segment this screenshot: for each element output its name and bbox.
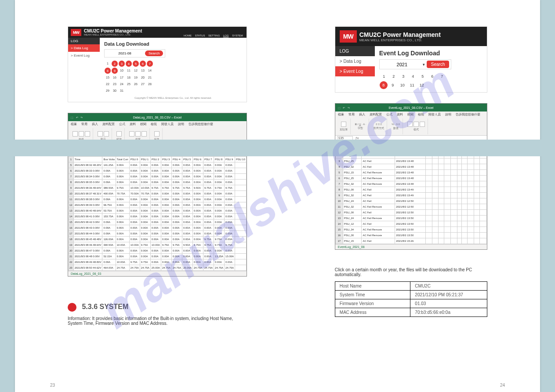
calendar-cell[interactable]: 4: [408, 72, 418, 81]
excel-menu-item[interactable]: 資料: [130, 122, 136, 126]
copyright: Copyright © MEAN WELL Enterprises Co., L…: [104, 97, 242, 99]
app-header: MW CMU2C Power Management MEAN WELL ENTE…: [68, 27, 247, 38]
calendar-cell[interactable]: 1: [379, 72, 389, 81]
calendar-cell[interactable]: 9: [388, 81, 398, 90]
excel-menu-item[interactable]: 校閱: [407, 112, 414, 117]
calendar-cell[interactable]: 30: [111, 87, 118, 94]
excel-data-log: ⬚ ↶ ↷ DataLog_2021_08_03.CSV – Excel 檔案常…: [68, 113, 247, 277]
calendar-cell[interactable]: 25: [125, 81, 132, 87]
sidebar-heading-log: LOG: [335, 46, 375, 56]
sidebar: LOG > Data Log > Event Log: [68, 38, 100, 102]
page-number-right: 24: [500, 383, 505, 388]
sheet-tab[interactable]: DataLog_2021_08_03: [68, 271, 247, 276]
excel-menu-item[interactable]: 檢視: [151, 122, 157, 126]
spreadsheet-grid[interactable]: ABCDEFGHIJKLM1DeviceEventDate & Time2PSU…: [335, 141, 487, 244]
nav-system[interactable]: SYSTEM: [232, 34, 243, 37]
calendar-cell[interactable]: 11: [407, 81, 417, 90]
calendar-cell[interactable]: 12: [417, 81, 427, 90]
excel-menu-item[interactable]: 檔案: [338, 112, 344, 117]
nav-log[interactable]: LOG: [223, 34, 229, 37]
calendar-cell[interactable]: 7: [437, 72, 447, 81]
chevron-down-icon[interactable]: ▾: [423, 62, 425, 67]
calendar-cell[interactable]: 12: [132, 67, 139, 74]
fx-icon[interactable]: ƒx: [355, 137, 359, 140]
calendar-cell[interactable]: 24: [118, 81, 125, 87]
calendar-cell[interactable]: 31: [118, 87, 125, 94]
calendar-cell[interactable]: 26: [132, 81, 139, 87]
excel-menu: 檔案常用插入資料配置公式資料校閱檢視開發人員說明告訴我您想做什麼: [335, 111, 487, 118]
excel-menu-item[interactable]: 檔案: [71, 122, 77, 126]
sidebar-item-event-log[interactable]: > Event Log: [335, 66, 375, 76]
calendar-cell[interactable]: 3: [399, 72, 408, 81]
calendar-cell[interactable]: 2: [389, 72, 399, 81]
calendar-cell[interactable]: 14: [146, 67, 153, 74]
calendar-cell[interactable]: 27: [139, 81, 146, 87]
calendar-cell[interactable]: 20: [139, 74, 146, 81]
calendar-cell[interactable]: 13: [139, 67, 146, 74]
save-icon[interactable]: ⬚: [71, 116, 73, 119]
nav-setting[interactable]: SETTING: [208, 34, 220, 37]
calendar-cell[interactable]: 4: [126, 61, 132, 67]
calendar-cell[interactable]: 15: [104, 74, 111, 81]
redo-icon[interactable]: ↷: [348, 107, 350, 109]
app-header: MW CMU2C Power Management MEAN WELL ENTE…: [335, 27, 487, 46]
excel-menu-item[interactable]: 告訴我您想做什麼: [189, 122, 213, 126]
sidebar-item-data-log[interactable]: > Data Log: [335, 56, 375, 66]
excel-menu-item[interactable]: 告訴我您想做什麼: [456, 112, 480, 117]
sheet-tab[interactable]: EventLog_2021_08: [335, 244, 487, 249]
calendar-cell[interactable]: 3: [119, 61, 125, 67]
calendar-cell[interactable]: 16: [111, 74, 118, 81]
calendar-cell[interactable]: 18: [125, 74, 132, 81]
excel-menu-item[interactable]: 資料配置: [102, 122, 115, 126]
calendar-cell[interactable]: 17: [118, 74, 125, 81]
sidebar: LOG > Data Log > Event Log: [335, 46, 375, 92]
calendar-cell[interactable]: 21: [146, 74, 153, 81]
search-button[interactable]: Search: [145, 50, 163, 56]
excel-menu-item[interactable]: 公式: [119, 122, 125, 126]
excel-menu-item[interactable]: 公式: [386, 112, 392, 117]
excel-menu-item[interactable]: 插入: [359, 112, 365, 117]
redo-icon[interactable]: ↷: [80, 116, 83, 119]
calendar-cell[interactable]: 8: [105, 68, 111, 74]
period-input[interactable]: [106, 51, 143, 56]
calendar-cell[interactable]: 6: [428, 72, 437, 81]
calendar-cell[interactable]: 10: [398, 81, 407, 90]
excel-menu-item[interactable]: 校閱: [140, 122, 146, 126]
calendar-cell[interactable]: 22: [104, 81, 111, 87]
calendar-cell[interactable]: 19: [132, 74, 139, 81]
calendar-cell[interactable]: 6: [140, 61, 146, 67]
calendar-cell[interactable]: 11: [125, 67, 132, 74]
calendar-cell[interactable]: 23: [111, 81, 118, 87]
calendar-cell[interactable]: 28: [146, 81, 153, 87]
save-icon[interactable]: ⬚: [338, 107, 341, 109]
calendar-cell[interactable]: 2: [112, 61, 118, 67]
excel-menu-item[interactable]: 開發人員: [428, 112, 441, 117]
calendar-cell[interactable]: 29: [104, 87, 111, 94]
undo-icon[interactable]: ↶: [76, 116, 78, 119]
sidebar-item-data-log[interactable]: > Data Log: [68, 44, 100, 52]
nav-home[interactable]: HOME: [184, 34, 192, 37]
sidebar-item-event-log[interactable]: > Event Log: [68, 52, 100, 59]
calendar-cell[interactable]: 8: [380, 81, 388, 89]
calendar-cell[interactable]: 10: [118, 67, 125, 74]
excel-menu-item[interactable]: 常用: [348, 112, 355, 117]
calendar-cell[interactable]: 5: [418, 72, 428, 81]
period-input[interactable]: [381, 61, 423, 68]
excel-menu-item[interactable]: 常用: [81, 122, 87, 126]
spreadsheet-grid[interactable]: ABCDEFGHIJKLMN1TimeBus VoltaTotal CurrPS…: [68, 151, 247, 271]
calendar-cell[interactable]: 5: [133, 61, 139, 67]
excel-menu-item[interactable]: 開發人員: [161, 122, 174, 126]
excel-menu-item[interactable]: 資料配置: [370, 112, 382, 117]
excel-menu-item[interactable]: 說明: [178, 122, 184, 126]
nav-status[interactable]: STATUS: [195, 34, 205, 37]
excel-menu-item[interactable]: 插入: [92, 122, 98, 126]
calendar: 1234567891011121314151617181920212223242…: [104, 60, 242, 94]
excel-menu-item[interactable]: 檢視: [418, 112, 424, 117]
calendar-cell[interactable]: 9: [112, 68, 118, 74]
excel-menu-item[interactable]: 說明: [445, 112, 451, 117]
excel-menu-item[interactable]: 資料: [397, 112, 403, 117]
search-button[interactable]: Search: [427, 61, 450, 68]
undo-icon[interactable]: ↶: [343, 107, 345, 109]
calendar-cell[interactable]: 7: [147, 61, 153, 67]
calendar-cell[interactable]: 1: [104, 60, 111, 67]
